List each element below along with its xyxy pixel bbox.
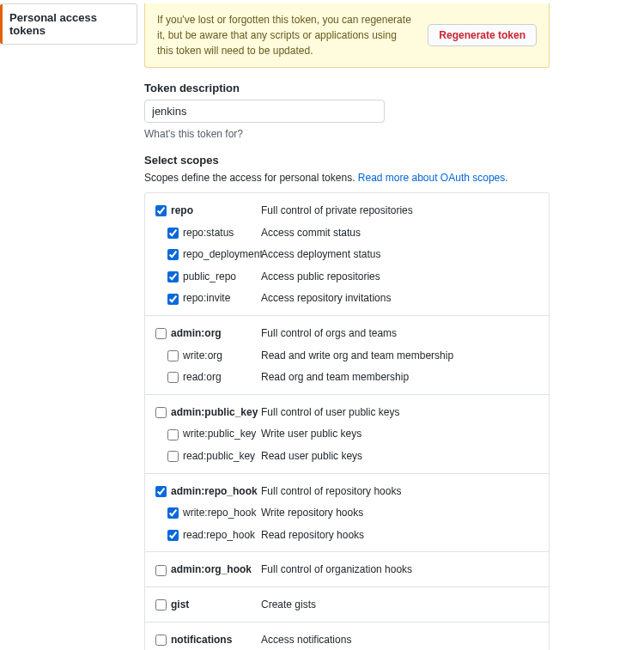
scope-name: read:public_key [183,447,261,466]
scope-description: Access commit status [261,224,538,243]
scope-checkbox[interactable] [167,271,179,282]
scope-name: repo [171,202,261,221]
scope-description: Read org and team membership [261,368,538,387]
scope-description: Full control of organization hooks [261,561,538,580]
scope-row: read:repo_hookRead repository hooks [145,525,549,547]
regenerate-warning-text: If you've lost or forgotten this token, … [157,12,414,58]
scope-checkbox[interactable] [167,350,179,361]
scope-row: gistCreate gists [145,594,549,617]
scope-name: public_repo [183,268,261,287]
scope-description: Write user public keys [261,425,538,444]
scope-checkbox[interactable] [155,205,167,216]
scope-group: notificationsAccess notifications [145,622,549,651]
scope-row: notificationsAccess notifications [145,629,549,651]
scope-description: Read and write org and team membership [261,347,538,366]
regenerate-token-button[interactable]: Regenerate token [428,24,537,46]
select-scopes-heading: Select scopes [144,154,550,167]
scope-name: write:public_key [183,425,261,444]
scopes-intro-text: Scopes define the access for personal to… [144,172,358,184]
scope-row: write:repo_hookWrite repository hooks [145,502,549,525]
scope-row: repo_deploymentAccess deployment status [145,244,549,266]
scope-group: gistCreate gists [145,586,549,622]
scope-checkbox-cell [155,599,171,611]
scope-description: Access deployment status [261,246,538,264]
scope-checkbox-cell [155,205,171,216]
scope-description: Full control of private repositories [261,202,538,221]
scope-name: write:repo_hook [183,504,261,523]
scope-checkbox[interactable] [167,530,179,541]
scope-name: repo:invite [183,289,261,308]
sidenav-item-personal-access-tokens[interactable]: Personal access tokens [0,3,137,45]
scope-checkbox-cell [155,486,171,497]
scope-checkbox[interactable] [167,372,179,383]
scope-description: Full control of orgs and teams [261,325,538,343]
scope-checkbox[interactable] [167,294,179,305]
scope-checkbox[interactable] [155,328,167,339]
scope-checkbox-cell [155,350,183,361]
oauth-scopes-link[interactable]: Read more about OAuth scopes. [358,172,508,184]
scope-group: admin:public_keyFull control of user pub… [145,394,549,473]
scope-checkbox[interactable] [155,599,167,611]
scope-description: Create gists [261,596,538,615]
scope-group: repoFull control of private repositories… [145,193,549,315]
scope-checkbox[interactable] [155,486,167,497]
scope-checkbox-cell [155,407,171,418]
scope-checkbox[interactable] [167,228,179,239]
scope-checkbox[interactable] [167,249,179,260]
scope-group: admin:orgFull control of orgs and teamsw… [145,315,549,394]
scope-checkbox-cell [155,507,183,519]
scope-row: admin:orgFull control of orgs and teams [145,323,549,345]
scope-checkbox-cell [155,565,171,576]
scope-name: admin:org_hook [171,561,261,580]
scope-row: write:orgRead and write org and team mem… [145,345,549,368]
scope-row: read:public_keyRead user public keys [145,446,549,468]
scope-name: gist [171,596,261,615]
scope-checkbox-cell [155,372,183,383]
scope-row: admin:repo_hookFull control of repositor… [145,481,549,503]
scope-row: public_repoAccess public repositories [145,266,549,289]
scope-checkbox[interactable] [155,407,167,418]
scope-checkbox[interactable] [167,429,179,440]
scope-checkbox[interactable] [155,565,167,576]
scope-name: admin:repo_hook [171,483,261,501]
scope-group: admin:org_hookFull control of organizati… [145,551,549,586]
scopes-intro: Scopes define the access for personal to… [144,172,550,184]
regenerate-warning-banner: If you've lost or forgotten this token, … [144,3,550,68]
token-description-label: Token description [144,82,550,94]
scope-checkbox[interactable] [155,635,167,646]
settings-sidenav: Personal access tokens [0,3,137,45]
scope-name: admin:org [171,325,261,343]
scope-checkbox-cell [155,249,183,260]
scope-checkbox[interactable] [167,507,179,519]
scope-name: read:org [183,368,261,387]
scope-description: Read user public keys [261,447,538,466]
scope-description: Read repository hooks [261,526,538,545]
scope-row: read:orgRead org and team membership [145,367,549,389]
scope-checkbox-cell [155,294,183,305]
scope-description: Full control of user public keys [261,404,538,422]
scope-name: read:repo_hook [183,526,261,545]
scope-description: Access notifications [261,631,538,650]
scope-description: Access public repositories [261,268,538,287]
scope-row: admin:public_keyFull control of user pub… [145,402,549,424]
scope-name: repo_deployment [183,246,261,264]
scope-checkbox-cell [155,271,183,282]
scope-checkbox-cell [155,429,183,440]
scope-checkbox[interactable] [167,451,179,462]
scope-row: write:public_keyWrite user public keys [145,423,549,446]
scope-description: Full control of repository hooks [261,483,538,501]
scope-checkbox-cell [155,228,183,239]
scope-checkbox-cell [155,530,183,541]
token-description-input[interactable] [144,100,385,123]
scope-row: repoFull control of private repositories [145,200,549,222]
scope-checkbox-cell [155,328,171,339]
scope-row: admin:org_hookFull control of organizati… [145,559,549,581]
scope-name: admin:public_key [171,404,261,422]
scopes-list: repoFull control of private repositories… [144,192,550,650]
scope-row: repo:statusAccess commit status [145,222,549,245]
scope-name: notifications [171,631,261,650]
scope-group: admin:repo_hookFull control of repositor… [145,473,549,552]
scope-name: write:org [183,347,261,366]
scope-description: Access repository invitations [261,289,538,308]
main-content: If you've lost or forgotten this token, … [144,3,644,650]
